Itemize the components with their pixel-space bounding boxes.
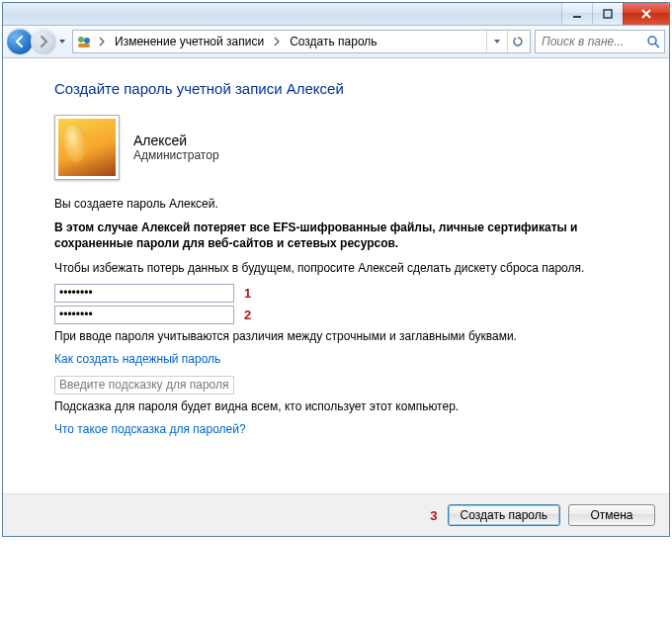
chevron-right-icon[interactable] [270, 31, 284, 52]
window-frame: Изменение учетной записи Создать пароль [2, 2, 670, 537]
svg-rect-0 [573, 16, 581, 18]
breadcrumb-dropdown[interactable] [486, 31, 507, 52]
chevron-right-icon[interactable] [95, 31, 109, 52]
svg-point-5 [648, 37, 656, 44]
user-text: Алексей Администратор [133, 132, 219, 162]
svg-rect-1 [604, 10, 612, 18]
user-name: Алексей [133, 132, 219, 148]
avatar [54, 115, 120, 180]
creating-text: Вы создаете пароль Алексей. [54, 196, 618, 212]
password-input-2[interactable] [54, 306, 234, 324]
warning-text: В этом случае Алексей потеряет все EFS-ш… [54, 220, 618, 251]
nav-bar: Изменение учетной записи Создать пароль [3, 26, 669, 58]
nav-history-dropdown[interactable] [56, 31, 68, 52]
title-bar [3, 3, 669, 26]
annotation-1: 1 [244, 286, 251, 301]
user-role: Администратор [133, 148, 219, 162]
content-area: Создайте пароль учетной записи Алексей А… [3, 58, 669, 493]
cancel-button[interactable]: Отмена [568, 504, 655, 526]
svg-point-2 [78, 37, 84, 43]
case-note: При вводе пароля учитываются различия ме… [54, 328, 618, 344]
password-input-1[interactable] [54, 284, 234, 303]
svg-point-3 [84, 38, 90, 44]
link-strong-password[interactable]: Как создать надежный пароль [54, 352, 618, 366]
user-accounts-icon [75, 33, 93, 50]
floppy-text: Чтобы избежать потерь данных в будущем, … [54, 260, 618, 276]
link-what-is-hint[interactable]: Что такое подсказка для паролей? [54, 422, 618, 436]
user-block: Алексей Администратор [54, 115, 618, 180]
nav-buttons [7, 29, 68, 54]
breadcrumb-seg-create-password[interactable]: Создать пароль [284, 31, 382, 52]
search-icon[interactable] [646, 35, 660, 48]
close-button[interactable] [623, 3, 669, 25]
search-input[interactable] [540, 34, 646, 49]
minimize-button[interactable] [561, 3, 592, 25]
breadcrumb-seg-change-account[interactable]: Изменение учетной записи [109, 31, 270, 52]
nav-forward-button[interactable] [31, 29, 56, 54]
nav-back-button[interactable] [7, 29, 33, 54]
maximize-button[interactable] [592, 3, 623, 25]
page-title: Создайте пароль учетной записи Алексей [54, 80, 618, 97]
annotation-3: 3 [430, 508, 437, 523]
hint-note: Подсказка для пароля будет видна всем, к… [54, 398, 618, 414]
hint-input[interactable] [54, 376, 234, 395]
footer: 3 Создать пароль Отмена [3, 493, 669, 536]
refresh-button[interactable] [507, 31, 528, 52]
search-box[interactable] [535, 30, 665, 53]
create-password-button[interactable]: Создать пароль [448, 504, 560, 526]
breadcrumb[interactable]: Изменение учетной записи Создать пароль [72, 30, 531, 53]
avatar-image [58, 119, 116, 176]
svg-rect-4 [78, 44, 90, 47]
annotation-2: 2 [244, 308, 251, 322]
